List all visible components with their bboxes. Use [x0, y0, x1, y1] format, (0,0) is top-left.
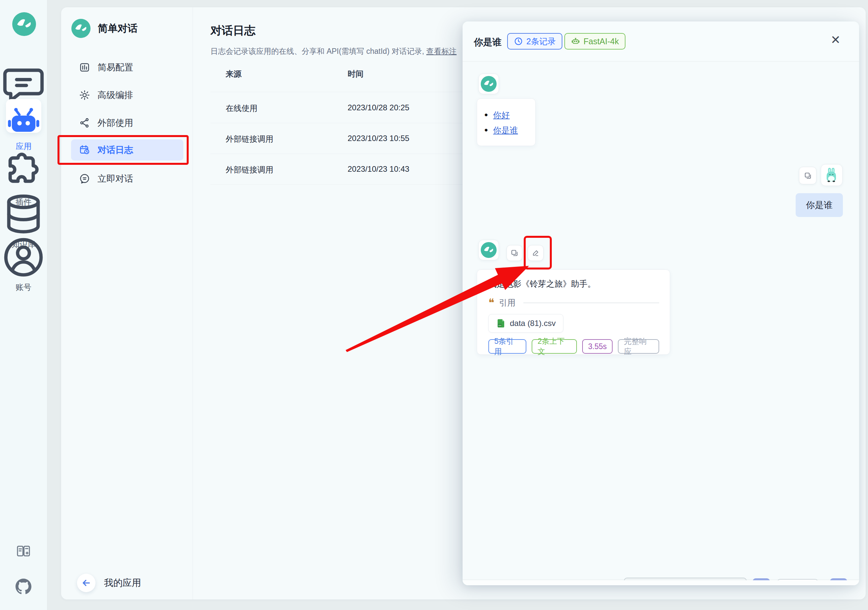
log-calendar-icon	[79, 144, 90, 156]
quote-divider	[523, 302, 659, 303]
col-time: 时间	[347, 69, 363, 79]
app-avatar	[71, 19, 90, 38]
context-badge[interactable]: 2条上下文	[532, 339, 577, 354]
share-icon	[79, 117, 90, 129]
columns-chart-icon	[79, 62, 90, 73]
gear-icon	[79, 90, 90, 101]
user-message-bubble: 你是谁	[796, 193, 843, 217]
modal-footer	[463, 580, 859, 585]
sidebar-item-label: 对话日志	[98, 144, 133, 156]
quick-question-link[interactable]: 你是谁	[493, 125, 518, 136]
quote-label: 引用	[499, 297, 515, 308]
modal-title: 你是谁	[474, 36, 502, 48]
bot-answer-text: 我是电影《铃芽之旅》助手。	[488, 279, 659, 289]
app-name: 简单对话	[98, 22, 138, 36]
response-meta-badges: 5条引用 2条上下文 3.55s 完整响应	[488, 339, 659, 354]
rail-item-apps[interactable]: 应用	[6, 99, 41, 133]
view-annotation-link[interactable]: 查看标注	[426, 47, 457, 56]
chat-bubble-icon	[79, 173, 90, 184]
sidebar-item-chat-logs[interactable]: 对话日志	[71, 139, 183, 161]
bullet-icon: •	[484, 125, 488, 135]
rail-item-label: 账号	[0, 282, 47, 293]
back-to-my-apps[interactable]: 我的应用	[77, 574, 141, 592]
copy-button[interactable]	[799, 167, 817, 184]
app-header: 简单对话	[71, 19, 138, 38]
record-count-label: 2条记录	[526, 36, 556, 47]
model-badge-label: FastAI-4k	[583, 37, 619, 46]
record-count-badge: 2条记录	[507, 33, 563, 50]
cell-time: 2023/10/28 20:25	[347, 103, 409, 112]
sidebar-item-advanced-flow[interactable]: 高级编排	[71, 85, 183, 106]
back-arrow-icon[interactable]	[77, 574, 96, 592]
user-icon	[0, 234, 47, 281]
cell-time: 2023/10/23 10:43	[347, 164, 409, 174]
database-icon	[0, 191, 47, 238]
welcome-item: • 你好	[484, 107, 535, 122]
cell-time: 2023/10/23 10:55	[347, 134, 409, 143]
edit-pencil-icon	[531, 249, 540, 257]
bot-avatar	[479, 240, 499, 260]
welcome-item: • 你是谁	[484, 122, 535, 138]
sidebar-item-chat-now[interactable]: 立即对话	[71, 168, 183, 189]
sidebar-item-label: 高级编排	[98, 89, 133, 101]
model-badge: FastAI-4k	[564, 33, 625, 50]
clock-icon	[514, 37, 523, 46]
fastgpt-logo	[12, 12, 36, 36]
user-avatar	[821, 164, 843, 186]
bullet-icon: •	[484, 110, 488, 120]
modal-header: 你是谁 2条记录 FastAI-4k ✕	[463, 22, 859, 61]
cell-source: 外部链接调用	[226, 164, 273, 175]
bot-answer-card: 我是电影《铃芽之旅》助手。 ❝ 引用 csv data (81).csv 5条引…	[477, 269, 670, 355]
bot-avatar	[479, 74, 499, 94]
quote-icon: ❝	[488, 299, 494, 307]
duration-badge: 3.55s	[582, 339, 612, 354]
sidebar-item-label: 简易配置	[98, 62, 133, 73]
csv-label: csv	[498, 324, 501, 326]
my-apps-label: 我的应用	[104, 577, 141, 589]
citations-badge[interactable]: 5条引用	[488, 339, 526, 354]
description-text: 日志会记录该应用的在线、分享和 API(需填写 chatId) 对话记录,	[211, 47, 426, 56]
cell-source: 在线使用	[226, 103, 257, 114]
icon-rail: 聊天 应用 插件 知识库	[0, 0, 47, 610]
sidebar-item-external-use[interactable]: 外部使用	[71, 112, 183, 133]
col-source: 来源	[226, 69, 242, 79]
quote-section: ❝ 引用	[488, 297, 659, 308]
cell-source: 外部链接调用	[226, 134, 273, 144]
copy-icon	[510, 249, 519, 257]
sidebar-item-simple-config[interactable]: 简易配置	[71, 57, 183, 78]
welcome-message-card: • 你好 • 你是谁	[477, 98, 536, 146]
puzzle-icon	[0, 149, 47, 195]
chat-detail-modal: 你是谁 2条记录 FastAI-4k ✕ • 你好 •	[463, 22, 859, 585]
copy-button[interactable]	[507, 245, 522, 261]
close-icon[interactable]: ✕	[831, 34, 840, 46]
quick-question-link[interactable]: 你好	[493, 110, 510, 121]
robot-icon	[6, 104, 41, 140]
csv-file-icon: csv	[496, 318, 506, 328]
github-icon[interactable]	[16, 579, 31, 595]
page-title: 对话日志	[211, 23, 256, 38]
copy-icon	[804, 172, 812, 180]
rail-item-account[interactable]: 账号	[0, 234, 47, 293]
quote-file-chip[interactable]: csv data (81).csv	[488, 314, 563, 333]
robot-icon	[571, 37, 580, 46]
sidebar-item-label: 立即对话	[98, 173, 133, 184]
quote-file-name: data (81).csv	[510, 319, 556, 328]
docs-book-icon[interactable]	[16, 543, 31, 559]
sidebar-item-label: 外部使用	[98, 117, 133, 129]
edit-button[interactable]	[528, 245, 544, 261]
full-response-badge[interactable]: 完整响应	[618, 339, 659, 354]
